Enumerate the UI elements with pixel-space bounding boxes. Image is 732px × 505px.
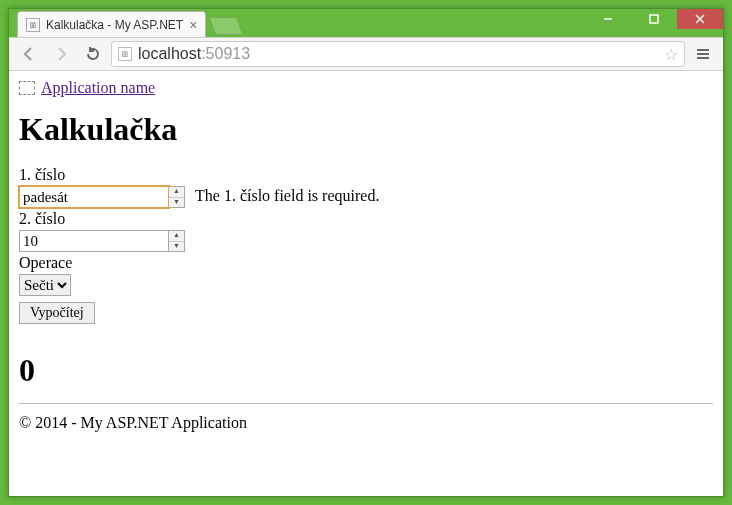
row-num2: ▲▼ bbox=[19, 230, 713, 252]
address-bar[interactable]: 🗎 localhost:50913 ☆ bbox=[111, 41, 685, 67]
chevron-up-icon[interactable]: ▲ bbox=[169, 231, 184, 242]
url-text: localhost:50913 bbox=[138, 45, 658, 63]
label-num1: 1. číslo bbox=[19, 166, 713, 184]
tab-title: Kalkulačka - My ASP.NET bbox=[46, 18, 183, 32]
validation-msg-num1: The 1. číslo field is required. bbox=[195, 187, 379, 204]
label-num2: 2. číslo bbox=[19, 210, 713, 228]
page-content: Application name Kalkulačka 1. číslo ▲▼ … bbox=[9, 71, 723, 440]
maximize-button[interactable] bbox=[631, 9, 677, 29]
brand-row: Application name bbox=[19, 79, 713, 97]
titlebar: 🗎 Kalkulačka - My ASP.NET × bbox=[9, 9, 723, 37]
back-button[interactable] bbox=[15, 41, 43, 67]
result-value: 0 bbox=[19, 352, 713, 389]
chevron-down-icon[interactable]: ▼ bbox=[169, 198, 184, 208]
tab-close-icon[interactable]: × bbox=[189, 18, 197, 32]
window-close-button[interactable] bbox=[677, 9, 723, 29]
chevron-down-icon[interactable]: ▼ bbox=[169, 242, 184, 252]
file-icon: 🗎 bbox=[26, 18, 40, 32]
menu-button[interactable] bbox=[689, 41, 717, 67]
svg-rect-1 bbox=[650, 15, 658, 23]
row-num1: ▲▼ The 1. číslo field is required. bbox=[19, 186, 713, 208]
application-name-link[interactable]: Application name bbox=[41, 79, 155, 97]
input-num1[interactable] bbox=[19, 186, 169, 208]
label-operation: Operace bbox=[19, 254, 713, 272]
minimize-button[interactable] bbox=[585, 9, 631, 29]
footer-divider bbox=[19, 403, 713, 404]
input-num2[interactable] bbox=[19, 230, 169, 252]
footer-text: © 2014 - My ASP.NET Application bbox=[19, 414, 713, 432]
browser-window: 🗎 Kalkulačka - My ASP.NET × bbox=[8, 8, 724, 497]
chevron-up-icon[interactable]: ▲ bbox=[169, 187, 184, 198]
brand-logo-placeholder bbox=[19, 81, 35, 95]
submit-button[interactable]: Vypočítej bbox=[19, 302, 95, 324]
new-tab-button[interactable] bbox=[209, 17, 244, 35]
operation-select[interactable]: Sečti bbox=[19, 274, 71, 296]
spinner-num2[interactable]: ▲▼ bbox=[169, 230, 185, 252]
browser-tab[interactable]: 🗎 Kalkulačka - My ASP.NET × bbox=[17, 11, 206, 37]
window-controls bbox=[585, 9, 723, 29]
reload-button[interactable] bbox=[79, 41, 107, 67]
row-operation: Sečti bbox=[19, 274, 713, 296]
bookmark-star-icon[interactable]: ☆ bbox=[664, 45, 678, 64]
page-title: Kalkulačka bbox=[19, 111, 713, 148]
forward-button[interactable] bbox=[47, 41, 75, 67]
page-icon: 🗎 bbox=[118, 47, 132, 61]
spinner-num1[interactable]: ▲▼ bbox=[169, 186, 185, 208]
tab-strip: 🗎 Kalkulačka - My ASP.NET × bbox=[17, 11, 240, 37]
browser-toolbar: 🗎 localhost:50913 ☆ bbox=[9, 37, 723, 71]
